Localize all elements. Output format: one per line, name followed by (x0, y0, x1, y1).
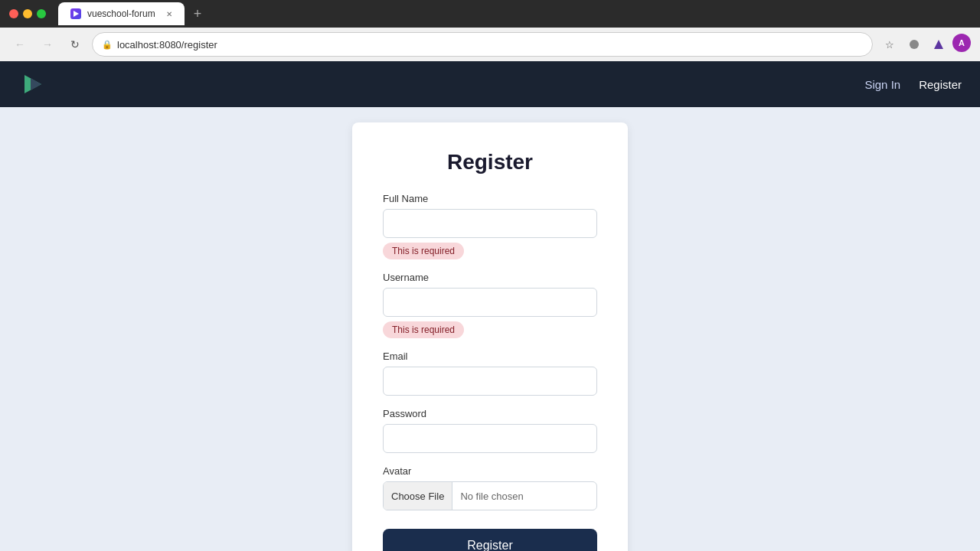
app-navbar: Sign In Register (0, 61, 980, 107)
address-bar[interactable]: 🔒 localhost:8080/register (92, 32, 873, 57)
tab-close-button[interactable]: ✕ (166, 10, 172, 18)
username-input[interactable] (383, 288, 597, 317)
browser-tab[interactable]: vueschool-forum ✕ (58, 2, 185, 25)
url-text: localhost:8080/register (117, 39, 863, 51)
main-content: Register Full Name This is required User… (0, 107, 980, 551)
user-avatar-icon[interactable]: A (952, 34, 971, 52)
register-form-card: Register Full Name This is required User… (352, 122, 628, 551)
avatar-label: Avatar (383, 465, 597, 477)
bookmark-icon[interactable]: ☆ (879, 34, 900, 55)
logo-icon (18, 70, 46, 98)
avatar-group: Avatar Choose File No file chosen (383, 465, 597, 510)
password-input[interactable] (383, 424, 597, 453)
full-name-input[interactable] (383, 209, 597, 238)
username-error: This is required (383, 321, 464, 338)
svg-marker-4 (31, 78, 41, 90)
browser-titlebar: vueschool-forum ✕ + (0, 0, 980, 28)
app-logo[interactable] (18, 70, 46, 98)
nav-sign-in[interactable]: Sign In (864, 78, 900, 91)
password-group: Password (383, 408, 597, 453)
tab-favicon (70, 8, 81, 19)
username-label: Username (383, 272, 597, 283)
forward-button[interactable]: → (37, 34, 58, 55)
email-input[interactable] (383, 367, 597, 396)
security-icon: 🔒 (102, 40, 113, 50)
svg-marker-0 (74, 11, 79, 17)
email-group: Email (383, 350, 597, 396)
form-title: Register (383, 150, 597, 174)
toolbar-actions: ☆ A (879, 34, 971, 55)
choose-file-button[interactable]: Choose File (384, 482, 452, 510)
refresh-button[interactable]: ↻ (64, 34, 86, 55)
file-name-text: No file chosen (452, 491, 531, 502)
dot-yellow[interactable] (23, 9, 32, 18)
nav-links: Sign In Register (864, 78, 962, 91)
username-group: Username This is required (383, 272, 597, 338)
full-name-label: Full Name (383, 193, 597, 204)
back-button[interactable]: ← (9, 34, 31, 55)
nav-register[interactable]: Register (919, 78, 962, 91)
password-label: Password (383, 408, 597, 419)
full-name-group: Full Name This is required (383, 193, 597, 259)
svg-marker-2 (934, 40, 943, 49)
browser-chrome: vueschool-forum ✕ + ← → ↻ 🔒 localhost:80… (0, 0, 980, 61)
file-input-wrapper: Choose File No file chosen (383, 481, 597, 510)
browser-dots (9, 9, 46, 18)
full-name-error: This is required (383, 243, 464, 259)
new-tab-button[interactable]: + (194, 6, 202, 22)
dot-red[interactable] (9, 9, 18, 18)
extension2-icon[interactable] (928, 34, 949, 55)
extension1-icon[interactable] (903, 34, 925, 55)
svg-point-1 (910, 40, 919, 49)
browser-toolbar: ← → ↻ 🔒 localhost:8080/register ☆ A (0, 28, 980, 61)
email-label: Email (383, 350, 597, 362)
dot-green[interactable] (37, 9, 46, 18)
tab-title: vueschool-forum (87, 8, 155, 19)
register-button[interactable]: Register (383, 529, 597, 551)
